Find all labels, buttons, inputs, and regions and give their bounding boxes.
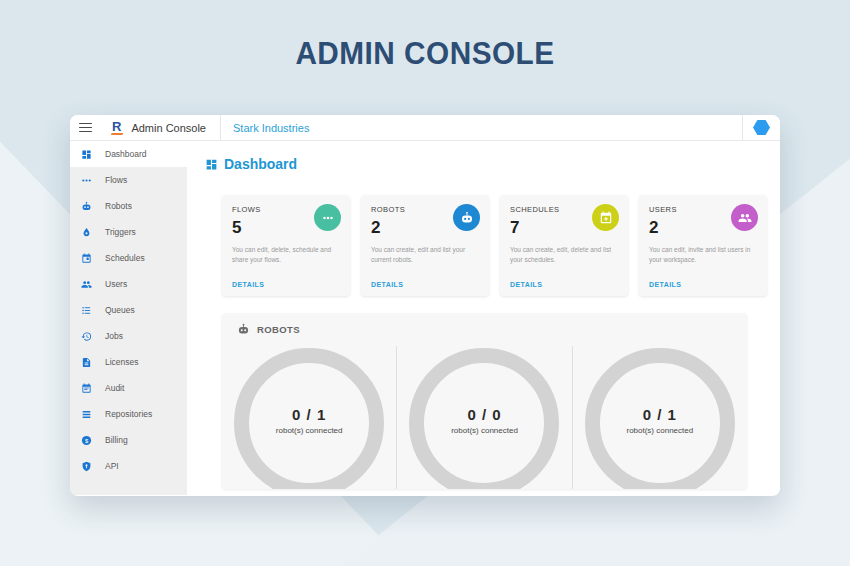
gauge-caption: robot(s) connected [573, 426, 747, 435]
sidebar-item-label: Jobs [105, 331, 123, 341]
sidebar-item-robots[interactable]: Robots [70, 193, 187, 219]
sidebar-item-queues[interactable]: Queues [70, 297, 187, 323]
heading-text: Dashboard [224, 156, 297, 172]
sidebar-item-label: Flows [105, 175, 127, 185]
gauge-caption: robot(s) connected [397, 426, 571, 435]
ellipsis-icon [81, 175, 92, 186]
robot-icon [453, 204, 480, 231]
shield-icon [81, 461, 92, 472]
admin-console-window: R Admin Console Stark Industries Dashboa… [70, 115, 780, 496]
dashboard-icon [205, 158, 218, 171]
page-title: ADMIN CONSOLE [17, 36, 833, 72]
ellipsis-icon [314, 204, 341, 231]
window-header: R Admin Console Stark Industries [70, 115, 780, 141]
sidebar-item-audit[interactable]: Audit [70, 375, 187, 401]
trigger-drop-icon [81, 227, 92, 238]
avatar[interactable] [753, 120, 770, 135]
details-link[interactable]: DETAILS [232, 281, 264, 288]
sidebar-item-label: Dashboard [105, 149, 147, 159]
sidebar-item-label: API [105, 461, 119, 471]
gauge-value: 0 / 1 [573, 406, 747, 423]
robot-gauges: 0 / 1 robot(s) connected 0 / 0 robot(s) … [222, 346, 747, 489]
robot-gauge: 0 / 1 robot(s) connected [222, 346, 396, 489]
sidebar-item-label: Users [105, 279, 127, 289]
sidebar-item-label: Queues [105, 305, 135, 315]
calendar-plus-icon [592, 204, 619, 231]
sidebar-item-label: Audit [105, 383, 124, 393]
robot-icon [237, 323, 250, 336]
details-link[interactable]: DETAILS [371, 281, 403, 288]
stat-card-robots: ROBOTS 2 You can create, edit and list y… [361, 195, 489, 296]
calendar-icon [81, 253, 92, 264]
sidebar-item-dashboard[interactable]: Dashboard [70, 141, 187, 167]
sidebar-item-flows[interactable]: Flows [70, 167, 187, 193]
stat-card-users: USERS 2 You can edit, invite and list us… [639, 195, 767, 296]
panel-title: ROBOTS [257, 324, 300, 335]
robot-icon [81, 201, 92, 212]
app-logo: R [112, 120, 121, 136]
billing-dollar-icon: $ [81, 435, 92, 446]
stat-card-schedules: SCHEDULES 7 You can create, edit, delete… [500, 195, 628, 296]
sidebar-item-label: Schedules [105, 253, 145, 263]
sidebar-item-billing[interactable]: $ Billing [70, 427, 187, 453]
stat-cards-row: FLOWS 5 You can edit, delete, schedule a… [222, 195, 748, 296]
robots-panel: ROBOTS 0 / 1 robot(s) connected 0 / 0 [222, 313, 747, 489]
sidebar-item-schedules[interactable]: Schedules [70, 245, 187, 271]
robot-gauge: 0 / 1 robot(s) connected [572, 346, 747, 489]
details-link[interactable]: DETAILS [649, 281, 681, 288]
robot-gauge: 0 / 0 robot(s) connected [396, 346, 571, 489]
header-divider [742, 115, 743, 141]
sidebar-item-users[interactable]: Users [70, 271, 187, 297]
robots-panel-header: ROBOTS [222, 313, 747, 346]
audit-calendar-icon [81, 383, 92, 394]
menu-icon[interactable] [70, 123, 100, 133]
sidebar-item-api[interactable]: API [70, 453, 187, 479]
workspace-name[interactable]: Stark Industries [221, 122, 309, 134]
card-description: You can create, edit and list your curre… [371, 245, 479, 265]
card-description: You can create, edit, delete and list yo… [510, 245, 618, 265]
details-link[interactable]: DETAILS [510, 281, 542, 288]
gauge-value: 0 / 1 [222, 406, 396, 423]
sidebar-item-repositories[interactable]: Repositories [70, 401, 187, 427]
page-heading: Dashboard [205, 156, 780, 172]
stat-card-flows: FLOWS 5 You can edit, delete, schedule a… [222, 195, 350, 296]
sidebar-item-label: Triggers [105, 227, 136, 237]
gauge-caption: robot(s) connected [222, 426, 396, 435]
sidebar: Dashboard Flows Robots Triggers Schedule… [70, 141, 187, 495]
dashboard-icon [81, 149, 92, 160]
users-icon [81, 279, 92, 290]
document-icon [81, 357, 92, 368]
sidebar-item-jobs[interactable]: Jobs [70, 323, 187, 349]
group-icon [731, 204, 758, 231]
sidebar-item-label: Billing [105, 435, 128, 445]
sidebar-item-label: Repositories [105, 409, 152, 419]
main-content: Dashboard FLOWS 5 You can edit, delete, … [187, 141, 780, 495]
list-bars-icon [81, 409, 92, 420]
app-name: Admin Console [131, 122, 220, 134]
card-description: You can edit, invite and list users in y… [649, 245, 757, 265]
sidebar-item-triggers[interactable]: Triggers [70, 219, 187, 245]
sidebar-item-label: Licenses [105, 357, 139, 367]
card-description: You can edit, delete, schedule and share… [232, 245, 340, 265]
gauge-value: 0 / 0 [397, 406, 571, 423]
queue-list-icon [81, 305, 92, 316]
history-icon [81, 331, 92, 342]
sidebar-item-label: Robots [105, 201, 132, 211]
sidebar-item-licenses[interactable]: Licenses [70, 349, 187, 375]
